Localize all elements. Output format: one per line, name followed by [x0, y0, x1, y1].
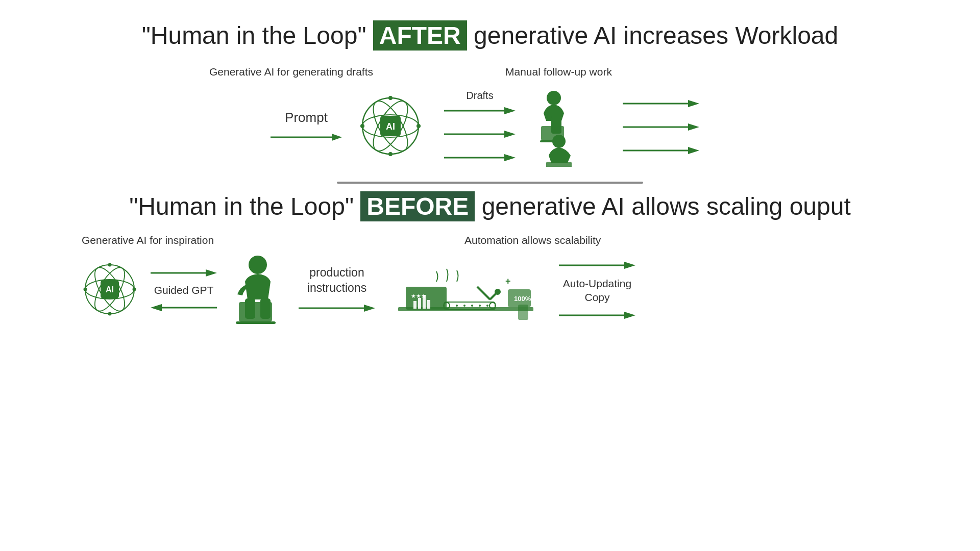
svg-rect-57 — [423, 295, 426, 309]
slide: "Human in the Loop" AFTER generative AI … — [0, 0, 980, 551]
title-top-before: "Human in the Loop" — [142, 22, 373, 49]
svg-point-72 — [463, 305, 465, 307]
svg-rect-23 — [546, 162, 572, 167]
svg-marker-30 — [688, 147, 699, 154]
svg-point-71 — [456, 305, 458, 307]
person-icon-bottom — [230, 254, 286, 327]
svg-text:AI: AI — [386, 121, 395, 132]
svg-point-74 — [479, 305, 481, 307]
svg-point-66 — [495, 289, 501, 295]
guided-gpt-arrows: Guided GPT — [151, 266, 217, 315]
top-section: "Human in the Loop" AFTER generative AI … — [41, 20, 939, 169]
output-arrows — [623, 96, 699, 158]
svg-text:+: + — [505, 276, 511, 286]
highlight-after: AFTER — [373, 20, 467, 51]
section-divider — [337, 182, 643, 184]
svg-marker-28 — [688, 123, 699, 131]
prompt-arrow — [271, 130, 342, 145]
svg-point-11 — [416, 124, 421, 128]
svg-rect-55 — [413, 301, 416, 309]
label-manual-top: Manual follow-up work — [505, 66, 612, 78]
svg-point-22 — [552, 135, 566, 148]
svg-rect-48 — [245, 298, 255, 319]
title-top-after: generative AI increases Workload — [467, 22, 839, 49]
auto-label: Auto-Updating Copy — [563, 277, 631, 305]
svg-rect-58 — [427, 300, 430, 309]
svg-point-37 — [108, 263, 112, 267]
factory-icon: ★★★ + — [396, 256, 538, 324]
arrow-middle — [444, 127, 516, 141]
ai-icon-top: AI — [357, 93, 424, 161]
svg-rect-56 — [418, 298, 421, 309]
svg-marker-77 — [624, 262, 635, 269]
ai-icon-bottom: AI — [82, 261, 138, 319]
svg-point-40 — [133, 288, 136, 291]
svg-point-10 — [360, 124, 364, 128]
svg-marker-15 — [504, 131, 516, 138]
auto-updating-arrows: Auto-Updating Copy — [559, 258, 635, 323]
label-automation: Automation allows scalability — [464, 234, 601, 246]
svg-marker-51 — [364, 305, 375, 312]
title-top: "Human in the Loop" AFTER generative AI … — [142, 20, 839, 51]
svg-rect-49 — [260, 298, 271, 319]
bottom-section: "Human in the Loop" BEFORE generative AI… — [41, 191, 939, 327]
title-bottom-after: generative AI allows scaling ouput — [475, 193, 850, 220]
guided-gpt-label: Guided GPT — [154, 284, 214, 296]
drafts-label: Drafts — [466, 90, 493, 102]
svg-marker-1 — [332, 134, 342, 141]
highlight-before: BEFORE — [360, 191, 475, 221]
svg-line-64 — [477, 287, 490, 299]
svg-point-45 — [249, 256, 267, 274]
svg-rect-70 — [518, 305, 528, 320]
prompt-label: Prompt — [285, 110, 328, 126]
svg-marker-79 — [624, 312, 635, 319]
prod-inst-arrows: production instructions — [299, 265, 375, 315]
drafts-arrows: Drafts — [444, 90, 516, 165]
diagram-top: Prompt AI — [41, 85, 939, 169]
svg-marker-26 — [688, 100, 699, 107]
svg-point-8 — [388, 96, 393, 100]
people-icon-top — [536, 85, 602, 169]
svg-point-39 — [84, 288, 87, 291]
svg-marker-43 — [151, 304, 162, 311]
svg-point-18 — [547, 91, 561, 105]
diagram-bottom: AI Guided GPT — [41, 254, 939, 327]
svg-point-73 — [471, 305, 473, 307]
svg-text:100%: 100% — [514, 295, 531, 303]
title-bottom-before: "Human in the Loop" — [129, 193, 360, 220]
label-gen-ai-top: Generative AI for generating drafts — [209, 66, 373, 78]
svg-marker-17 — [504, 154, 516, 161]
arrow-bottom — [444, 151, 516, 165]
title-bottom: "Human in the Loop" BEFORE generative AI… — [129, 191, 851, 221]
label-gen-ai-bottom: Generative AI for inspiration — [82, 234, 214, 246]
svg-text:AI: AI — [106, 285, 114, 294]
svg-point-9 — [388, 152, 393, 156]
prod-inst-label: production instructions — [307, 265, 366, 296]
svg-marker-13 — [504, 107, 516, 114]
svg-point-38 — [108, 312, 112, 316]
svg-point-75 — [486, 305, 488, 307]
svg-rect-47 — [236, 321, 276, 324]
svg-marker-42 — [206, 269, 217, 277]
